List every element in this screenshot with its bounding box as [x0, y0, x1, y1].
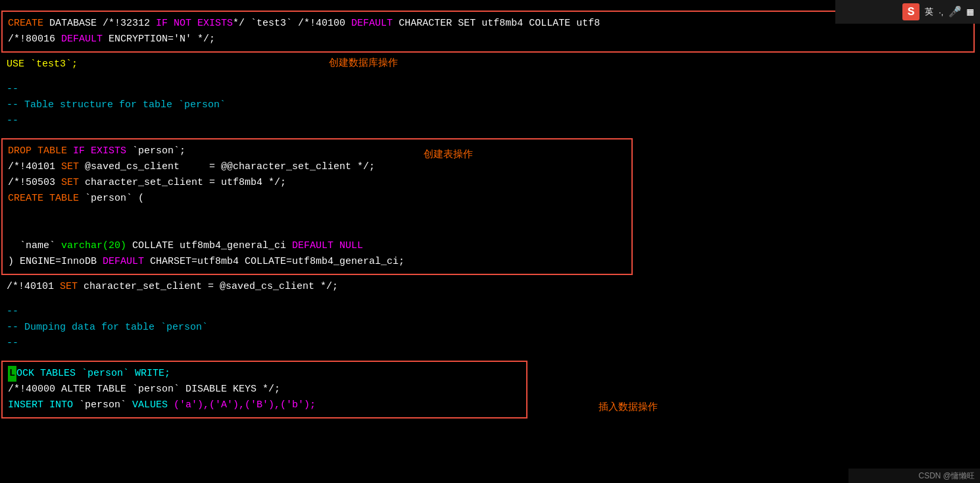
toolbar-lang[interactable]: 英: [925, 6, 933, 18]
extra-set-line: /*!40101 SET character_set_client = @sav…: [7, 279, 973, 295]
insert-annotation: 插入数据操作: [599, 401, 658, 413]
drop-table-line: DROP TABLE IF EXISTS `person`;: [8, 143, 626, 159]
comment-line2: -- Table structure for table `person`: [7, 97, 973, 113]
create-db-line1: CREATE DATABASE /*!32312 IF NOT EXISTS*/…: [8, 16, 968, 32]
create-db-annotation: 创建数据库操作: [329, 57, 398, 69]
lock-icon: L: [8, 366, 16, 382]
name-col-line: `name` varchar(20) COLLATE utf8mb4_gener…: [8, 238, 626, 254]
dump-comment1: --: [7, 304, 973, 320]
code-area: CREATE DATABASE /*!32312 IF NOT EXISTS*/…: [0, 0, 980, 419]
dump-comment3: --: [7, 336, 973, 351]
dump-comment-section: -- -- Dumping data for table `person` --: [0, 303, 980, 353]
create-table-line: CREATE TABLE `person` ( 创建表操作: [8, 191, 626, 238]
alter-disable-line: /*!40000 ALTER TABLE `person` DISABLE KE…: [8, 382, 521, 397]
lock-tables-line: LOCK TABLES `person` WRITE;: [8, 366, 521, 382]
bottom-bar: CSDN @慵懒旺: [848, 469, 980, 483]
insert-box: LOCK TABLES `person` WRITE; /*!40000 ALT…: [1, 361, 527, 419]
comment-line1: --: [7, 82, 973, 97]
use-line: USE `test3`;: [7, 57, 973, 72]
toolbar: S 英 ·, 🎤 ▦: [835, 0, 980, 24]
insert-values-line: INSERT INTO `person` VALUES ('a'),('A'),…: [8, 397, 521, 413]
set-saved-line: /*!40101 SET @saved_cs_client = @@charac…: [8, 159, 626, 175]
create-db-box: CREATE DATABASE /*!32312 IF NOT EXISTS*/…: [1, 11, 975, 53]
dump-comment2: -- Dumping data for table `person`: [7, 320, 973, 336]
create-db-line2: /*!80016 DEFAULT ENCRYPTION='N' */;: [8, 32, 968, 47]
s-logo: S: [902, 3, 919, 20]
bottom-bar-text: CSDN @慵懒旺: [918, 470, 975, 482]
use-section: USE `test3`; 创建数据库操作: [0, 55, 980, 74]
create-table-annotation: 创建表操作: [424, 146, 473, 162]
extra-set-line-section: /*!40101 SET character_set_client = @sav…: [0, 278, 980, 296]
comment-section-1: -- -- Table structure for table `person`…: [0, 80, 980, 130]
set-charset-line: /*!50503 SET character_set_client = utf8…: [8, 175, 626, 191]
create-table-box: DROP TABLE IF EXISTS `person`; /*!40101 …: [1, 138, 633, 275]
toolbar-sep: ·,: [939, 7, 943, 17]
comment-line3: --: [7, 113, 973, 129]
toolbar-mic[interactable]: 🎤: [948, 5, 962, 18]
main-container: S 英 ·, 🎤 ▦ CREATE DATABASE /*!32312 IF N…: [0, 0, 980, 483]
engine-line: ) ENGINE=InnoDB DEFAULT CHARSET=utf8mb4 …: [8, 254, 626, 270]
toolbar-grid[interactable]: ▦: [967, 5, 973, 18]
